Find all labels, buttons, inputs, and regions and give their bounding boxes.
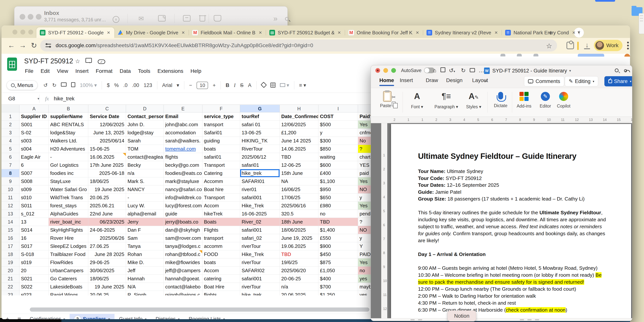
cell-H9[interactable]: NA xyxy=(280,177,318,186)
cell-E16[interactable]: sam@rover.com xyxy=(164,234,202,242)
cell-G1[interactable]: tourRef xyxy=(240,112,280,120)
cell-D9[interactable]: Mark S. xyxy=(126,177,164,186)
cell-J12[interactable]: Yes xyxy=(358,202,371,210)
minimize-icon[interactable] xyxy=(20,30,25,34)
cell-F19[interactable]: boats xyxy=(202,258,240,266)
cell-F14[interactable]: Boats xyxy=(202,218,240,226)
status-icon[interactable] xyxy=(410,319,414,320)
cell-J13[interactable]: pendin xyxy=(358,210,371,218)
row-header-21[interactable]: 21 xyxy=(2,275,20,283)
cloud-status-icon[interactable]: ✓ xyxy=(98,58,105,64)
italic-button[interactable]: I xyxy=(234,82,236,88)
tab-home[interactable]: Home xyxy=(379,77,394,84)
paste-button[interactable]: ✂ Paste ▾ xyxy=(375,90,400,108)
cell-F23[interactable]: flights xyxy=(202,291,240,296)
cell-A21[interactable]: S021 xyxy=(20,275,49,283)
cell-E9[interactable]: mark@stayluxe xyxy=(164,177,202,186)
cell-I8[interactable]: £400 xyxy=(318,169,358,177)
save-icon[interactable] xyxy=(439,67,447,74)
cell-C18[interactable]: June 28 2025 xyxy=(88,250,126,258)
paint-format-icon[interactable] xyxy=(71,82,75,88)
cell-I1[interactable]: COST xyxy=(318,112,358,120)
cell-C10[interactable]: 19 June 2025 xyxy=(88,186,126,194)
close-icon[interactable] xyxy=(20,14,25,20)
cell-I6[interactable]: waiting xyxy=(318,153,358,161)
extensions-puzzle-icon[interactable] xyxy=(566,42,574,49)
cell-F21[interactable]: catering xyxy=(202,275,240,283)
font-size-input[interactable]: 10 xyxy=(196,82,208,89)
cell-I2[interactable]: $500 xyxy=(318,120,358,129)
editor-button[interactable]: ✎ Editor xyxy=(537,90,554,109)
sheet-tab-menu-icon[interactable]: ▾ xyxy=(108,317,110,319)
cell-D13[interactable]: alpha@email xyxy=(126,210,164,218)
cell-F11[interactable]: Transport xyxy=(202,194,240,202)
cell-B7[interactable]: Go! Logistics xyxy=(49,161,88,169)
row-header-6[interactable]: 6 xyxy=(2,153,20,161)
cell-H15[interactable]: 18/06/2025 xyxy=(280,226,318,234)
cell-H22[interactable]: n/a xyxy=(280,283,318,291)
star-icon[interactable]: ☆ xyxy=(75,58,80,64)
cell-J15[interactable]: NO xyxy=(358,226,371,234)
cell-C3[interactable]: June 13, 2025 xyxy=(88,129,126,137)
zoom-select[interactable]: 100% ▾ xyxy=(80,82,97,88)
mail-window-controls[interactable] xyxy=(20,14,44,20)
tab-close-icon[interactable]: × xyxy=(572,30,576,36)
cell-I10[interactable]: $950 xyxy=(318,186,358,194)
status-icon[interactable] xyxy=(418,319,422,320)
sheet-tab-menu-icon[interactable]: ▾ xyxy=(178,317,180,319)
cell-C4[interactable]: 2025/06/14 xyxy=(88,137,126,145)
move-folder-icon[interactable]: → xyxy=(86,58,92,65)
cell-A22[interactable]: S022 xyxy=(20,283,49,291)
cell-F12[interactable]: Accom xyxy=(202,202,240,210)
mail-filter-icon[interactable]: ≡ xyxy=(112,15,120,22)
cell-E12[interactable]: lucy@forest.com xyxy=(164,202,202,210)
row-header-11[interactable]: 11 xyxy=(2,194,20,202)
menu-data[interactable]: Data xyxy=(117,67,133,75)
cell-D14[interactable]: Jerry xyxy=(126,218,164,226)
cell-E3[interactable]: accomodation xyxy=(164,129,202,137)
cell-F5[interactable]: boats xyxy=(202,145,240,153)
styles-group-button[interactable]: A✎ Styles ▾ xyxy=(463,90,484,110)
tab-close-icon[interactable]: × xyxy=(258,30,262,36)
cell-H17[interactable]: 19.06.2025 xyxy=(280,242,318,250)
column-header-A[interactable]: A xyxy=(20,105,49,112)
cell-F16[interactable]: transport xyxy=(202,234,240,242)
tab-layout[interactable]: Layout xyxy=(472,77,488,84)
row-header-8[interactable]: 8 xyxy=(2,169,20,177)
cell-F22[interactable]: Boat Hire xyxy=(202,283,240,291)
cell-B18[interactable]: Trailblazer Food xyxy=(49,250,88,258)
currency-format-button[interactable]: $ xyxy=(107,82,110,88)
decrease-decimal-button[interactable]: .0 xyxy=(123,82,128,88)
font-group-button[interactable]: A Font ▾ xyxy=(407,90,428,110)
cell-G13[interactable]: 16-06-2025 xyxy=(240,210,280,218)
cell-J4[interactable]: No xyxy=(358,137,371,145)
mail-search-icon[interactable] xyxy=(284,15,292,22)
spreadsheet-title[interactable]: SYD-FT 250912 xyxy=(24,57,73,65)
url-text[interactable]: docs.google.com/spreadsheets/d/1waM51K9V… xyxy=(56,42,313,48)
cell-H12[interactable]: 2025/06/16 xyxy=(280,202,318,210)
sheet-tab-suppliers[interactable]: 2Suppliers▾ xyxy=(70,314,114,319)
undo-icon[interactable]: ↺▾ xyxy=(448,67,456,74)
cell-F18[interactable]: FOOD xyxy=(202,250,240,258)
cell-J3[interactable]: cnfmd xyxy=(358,129,371,137)
clipboard-mini-icons[interactable]: ✂ xyxy=(392,94,396,106)
cell-J17[interactable]: Y xyxy=(358,242,371,250)
cell-B23[interactable]: Rapid Wings xyxy=(49,291,88,296)
cell-J22[interactable]: maybe xyxy=(358,283,371,291)
copilot-button[interactable]: Copilot xyxy=(554,90,573,109)
forward-icon[interactable]: → xyxy=(18,41,27,50)
cell-A20[interactable]: 20 xyxy=(20,266,49,275)
browser-tab[interactable]: SYD-FT 250912 - Google× xyxy=(36,27,114,38)
tab-close-icon[interactable]: × xyxy=(337,30,342,36)
browser-tab[interactable]: National Park Entry Cond× xyxy=(502,27,580,38)
row-header-13[interactable]: 13 xyxy=(2,210,20,218)
cell-F6[interactable]: safari01 xyxy=(202,153,240,161)
cell-I22[interactable]: $700 xyxy=(318,283,358,291)
column-header-E[interactable]: E xyxy=(164,105,202,112)
tab-close-icon[interactable]: × xyxy=(494,30,498,36)
view-mode-icon[interactable] xyxy=(535,319,539,320)
cell-H16[interactable]: June 19, 2025 xyxy=(280,234,318,242)
menu-insert[interactable]: Insert xyxy=(73,67,91,75)
cell-B2[interactable]: ABC RENTALS xyxy=(49,120,88,129)
row-header-15[interactable]: 15 xyxy=(2,226,20,234)
